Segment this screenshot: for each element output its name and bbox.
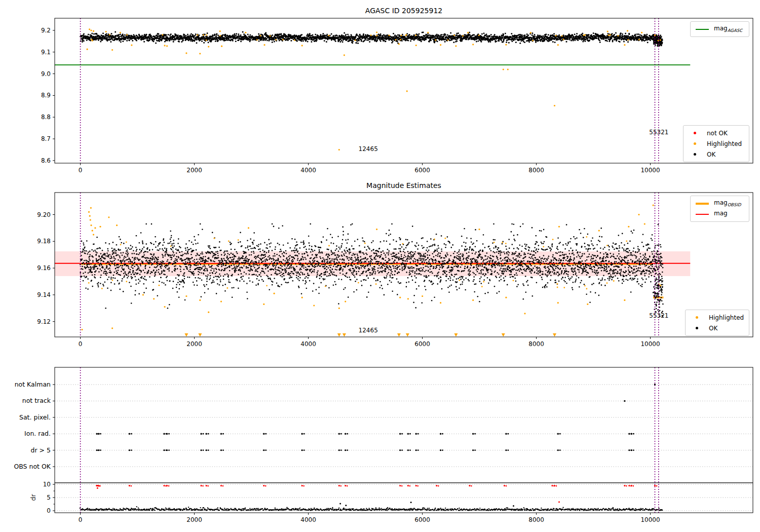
ok-point xyxy=(86,240,88,242)
ok-point xyxy=(601,38,602,40)
ok-point xyxy=(208,42,209,43)
ok-point xyxy=(325,263,326,264)
ok-point xyxy=(606,266,607,268)
ok-point xyxy=(237,253,238,254)
ok-point xyxy=(453,257,455,258)
ok-point xyxy=(266,252,268,253)
ok-point xyxy=(432,253,434,255)
ion-rad-point xyxy=(415,433,417,435)
ok-point xyxy=(564,248,566,250)
ok-point xyxy=(107,256,108,257)
ok-point xyxy=(404,36,406,37)
ok-point xyxy=(575,274,577,275)
dr-point xyxy=(444,510,445,511)
ok-point xyxy=(554,270,555,271)
ok-point xyxy=(204,269,205,271)
ok-point xyxy=(646,260,648,262)
ok-point xyxy=(491,264,492,266)
ok-point xyxy=(151,264,153,265)
not-ok-dr-point xyxy=(633,485,634,487)
ok-point xyxy=(267,244,268,246)
ok-point xyxy=(362,266,363,268)
ok-point xyxy=(432,261,434,262)
ok-point xyxy=(511,231,512,233)
ok-point xyxy=(157,35,158,37)
ok-point xyxy=(307,273,309,274)
ok-point xyxy=(508,265,509,267)
ok-point xyxy=(439,255,441,257)
ok-point xyxy=(462,277,463,279)
ok-point xyxy=(84,276,85,277)
ok-point xyxy=(103,273,105,274)
ok-point xyxy=(202,229,203,230)
ok-point xyxy=(245,257,247,258)
dr-point xyxy=(226,509,227,510)
ok-point xyxy=(388,235,390,236)
ok-point xyxy=(163,250,164,251)
ok-point xyxy=(509,260,511,262)
x-tick-label: 8000 xyxy=(528,516,544,523)
ok-point xyxy=(573,236,575,238)
ok-point xyxy=(547,249,548,250)
ok-point xyxy=(488,269,489,270)
ok-point xyxy=(531,256,533,258)
ok-point xyxy=(231,259,233,261)
ok-point xyxy=(600,227,602,229)
ok-point xyxy=(180,269,181,270)
ok-point xyxy=(558,281,560,282)
ok-point xyxy=(269,264,270,266)
y-tick-label: 9.12 xyxy=(37,318,51,325)
ok-point xyxy=(475,246,476,247)
ok-point xyxy=(324,279,326,280)
ok-point xyxy=(656,260,658,261)
not-ok-dr-point xyxy=(401,485,403,487)
ok-point xyxy=(343,289,345,290)
dr-point xyxy=(479,509,480,510)
ok-point xyxy=(397,41,398,43)
ok-point xyxy=(352,223,353,225)
ok-point xyxy=(175,258,176,260)
ok-point xyxy=(323,272,325,274)
ok-point xyxy=(82,266,83,268)
ok-point xyxy=(621,261,623,262)
ok-point xyxy=(521,261,523,262)
ok-point xyxy=(357,239,359,240)
ok-point xyxy=(474,284,475,285)
highlighted-point xyxy=(557,287,558,288)
ok-point xyxy=(129,282,130,283)
ok-point xyxy=(227,250,229,252)
ok-point xyxy=(392,262,393,264)
ok-point xyxy=(309,245,311,246)
ok-point xyxy=(208,288,209,290)
ok-point xyxy=(347,256,348,258)
ok-point xyxy=(374,266,375,268)
ok-point xyxy=(145,265,146,267)
ok-point xyxy=(284,265,286,267)
ok-point xyxy=(214,253,215,254)
ok-point xyxy=(520,264,522,265)
ok-point xyxy=(440,36,442,37)
ok-point xyxy=(153,258,154,260)
ok-point xyxy=(166,252,167,254)
ok-point xyxy=(519,271,520,272)
ok-point xyxy=(644,34,646,36)
ok-point xyxy=(325,274,326,276)
legend-row-not-ok: not OK xyxy=(687,128,745,138)
ok-point xyxy=(394,274,396,276)
ok-point xyxy=(190,248,192,250)
ok-point xyxy=(258,262,260,263)
ok-point xyxy=(542,287,544,288)
ok-point xyxy=(540,258,542,260)
dr-point xyxy=(343,508,344,509)
ok-point xyxy=(602,279,603,281)
ok-point xyxy=(561,40,562,42)
ok-point xyxy=(407,40,409,42)
ok-point xyxy=(418,245,420,246)
ok-point xyxy=(232,268,233,270)
ok-point xyxy=(604,285,606,286)
ok-point xyxy=(550,261,552,263)
ok-point xyxy=(527,280,528,282)
ok-point xyxy=(299,260,300,261)
ok-point xyxy=(447,236,448,238)
ok-point xyxy=(335,269,336,270)
